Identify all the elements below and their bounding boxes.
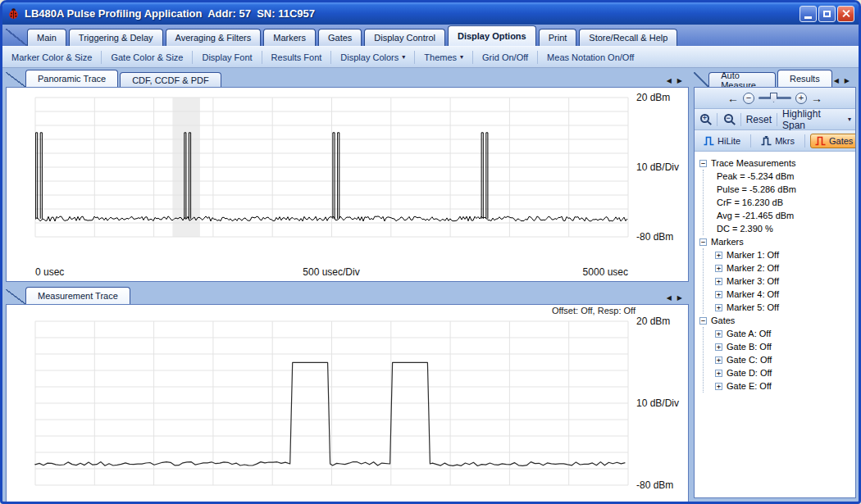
separator [750, 134, 751, 148]
toolbar-separator [537, 51, 538, 64]
expand-icon[interactable]: + [715, 291, 722, 298]
display-colors-dropdown[interactable]: Display Colors▾ [336, 51, 409, 64]
results-font-button[interactable]: Results Font [267, 51, 326, 64]
slider-thumb[interactable] [770, 93, 777, 102]
tab-triggering-delay[interactable]: Triggering & Delay [69, 29, 163, 46]
expand-icon[interactable]: + [715, 330, 722, 338]
expand-icon[interactable]: + [715, 278, 722, 285]
themes-dropdown[interactable]: Themes▾ [420, 51, 467, 64]
tab-print[interactable]: Print [539, 29, 577, 46]
expand-icon[interactable]: + [715, 304, 722, 311]
tree-item-marker-3[interactable]: +Marker 3: Off [715, 275, 854, 288]
tab-gates[interactable]: Gates [318, 29, 362, 46]
gates-toggle-button[interactable]: Gates [810, 134, 856, 148]
expand-icon[interactable]: + [715, 252, 722, 259]
mkrs-toggle-button[interactable]: Mkrs [756, 134, 800, 148]
results-panel-body: ← − + → + − Reset Highlight Span [694, 87, 856, 498]
grid-on-off-button[interactable]: Grid On/Off [478, 51, 532, 64]
marker-color-size-button[interactable]: Marker Color & Size [7, 51, 96, 64]
tab-scroll-right-icon[interactable]: ▶ [677, 77, 682, 84]
themes-label: Themes [424, 52, 457, 62]
tab-display-options[interactable]: Display Options [448, 25, 536, 46]
tab-scroll-right-icon[interactable]: ▶ [677, 294, 682, 302]
minimize-button[interactable] [800, 6, 817, 22]
panoramic-panel: Panoramic Trace CDF, CCDF & PDF ◀ ▶ 20 d… [6, 70, 689, 287]
collapse-icon[interactable]: − [699, 160, 707, 167]
collapse-icon[interactable]: − [699, 317, 707, 325]
measurement-trace-plot[interactable] [7, 305, 688, 500]
maximize-button[interactable] [818, 6, 836, 22]
hilite-toggle-button[interactable]: HiLite [699, 134, 745, 148]
pulse-gates-icon [815, 136, 826, 146]
tab-display-control[interactable]: Display Control [364, 29, 445, 46]
trace-toggle-row: HiLite Mkrs G [695, 130, 855, 152]
gate-color-size-button[interactable]: Gate Color & Size [107, 51, 187, 64]
tab-panoramic-trace[interactable]: Panoramic Trace [25, 70, 118, 87]
tree-section-trace-measurements[interactable]: − Trace Measurements [699, 157, 854, 170]
chevron-down-icon: ▾ [460, 53, 463, 61]
tree-item-marker-4[interactable]: +Marker 4: Off [715, 288, 854, 301]
span-slider-row: ← − + → [695, 88, 855, 109]
tab-scroll-right-icon[interactable]: ▶ [845, 77, 850, 84]
panoramic-trace-plot[interactable] [7, 88, 688, 249]
tab-main[interactable]: Main [27, 29, 66, 46]
expand-icon[interactable]: + [715, 356, 722, 364]
tab-results[interactable]: Results [777, 70, 832, 87]
zoom-row: + − Reset Highlight Span ▾ [695, 109, 855, 130]
meas-notation-button[interactable]: Meas Notation On/Off [543, 51, 638, 64]
pan-right-icon[interactable]: → [811, 93, 822, 104]
tree-item-avg[interactable]: Avg = -21.465 dBm [715, 209, 854, 222]
tree-section-label: Markers [711, 237, 744, 247]
display-font-button[interactable]: Display Font [198, 51, 256, 64]
span-decrease-button[interactable]: − [743, 93, 754, 104]
tree-item-gate-d[interactable]: +Gate D: Off [715, 366, 854, 379]
tab-averaging-filters[interactable]: Averaging & Filters [166, 29, 262, 46]
avg-value: Avg = -21.465 dBm [717, 211, 794, 220]
tree-item-gate-b[interactable]: +Gate B: Off [715, 340, 854, 353]
y-axis-bottom-label: -80 dBm [636, 479, 687, 491]
zoom-in-icon[interactable]: + [700, 114, 709, 123]
chevron-down-icon: ▾ [848, 116, 851, 123]
tab-scroll-left-icon[interactable]: ◀ [667, 77, 672, 84]
chevron-down-icon: ▾ [402, 53, 405, 61]
tree-item-gate-c[interactable]: +Gate C: Off [715, 353, 854, 366]
tab-store-recall-help[interactable]: Store/Recall & Help [579, 29, 677, 46]
expand-icon[interactable]: + [715, 383, 722, 390]
tree-item-marker-2[interactable]: +Marker 2: Off [715, 261, 854, 275]
tree-item-dc[interactable]: DC = 2.390 % [715, 222, 854, 235]
separator [804, 134, 805, 148]
marker-1-status: Marker 1: Off [727, 250, 779, 260]
pan-left-icon[interactable]: ← [727, 93, 739, 104]
tree-section-gates[interactable]: − Gates [699, 314, 854, 327]
tree-item-peak[interactable]: Peak = -5.234 dBm [715, 170, 854, 183]
close-button[interactable] [837, 6, 854, 22]
expand-icon[interactable]: + [715, 370, 722, 377]
span-increase-button[interactable]: + [795, 93, 807, 104]
tab-cdf-ccdf-pdf[interactable]: CDF, CCDF & PDF [120, 72, 221, 87]
title-bar[interactable]: LB480A Pulse Profiling Application Addr:… [2, 2, 859, 25]
collapse-icon[interactable]: − [699, 238, 707, 246]
tree-item-marker-5[interactable]: +Marker 5: Off [715, 301, 854, 314]
highlight-span-label: Highlight Span [782, 108, 845, 131]
tree-item-crf[interactable]: CrF = 16.230 dB [715, 196, 854, 209]
pulse-value: Pulse = -5.286 dBm [717, 184, 796, 194]
span-slider[interactable] [758, 97, 791, 99]
expand-icon[interactable]: + [715, 343, 722, 351]
toolbar-separator [472, 51, 473, 64]
tab-auto-measure[interactable]: Auto Measure [708, 72, 776, 87]
tab-scroll-arrows: ◀ ▶ [667, 77, 689, 87]
tab-scroll-left-icon[interactable]: ◀ [834, 77, 839, 84]
tab-scroll-left-icon[interactable]: ◀ [667, 294, 672, 302]
tree-item-marker-1[interactable]: +Marker 1: Off [715, 248, 854, 261]
reset-button[interactable]: Reset [746, 114, 772, 125]
tree-section-markers[interactable]: − Markers [699, 235, 854, 248]
tab-measurement-trace[interactable]: Measurement Trace [25, 287, 130, 304]
tree-item-gate-a[interactable]: +Gate A: Off [715, 327, 854, 340]
expand-icon[interactable]: + [715, 265, 722, 272]
tree-item-pulse[interactable]: Pulse = -5.286 dBm [715, 183, 854, 196]
zoom-out-icon[interactable]: − [724, 114, 733, 123]
highlight-span-dropdown[interactable]: Highlight Span ▾ [782, 108, 851, 131]
y-axis-scale-label: 10 dB/Div [636, 161, 687, 173]
tab-markers[interactable]: Markers [263, 29, 316, 46]
tree-item-gate-e[interactable]: +Gate E: Off [715, 379, 854, 393]
